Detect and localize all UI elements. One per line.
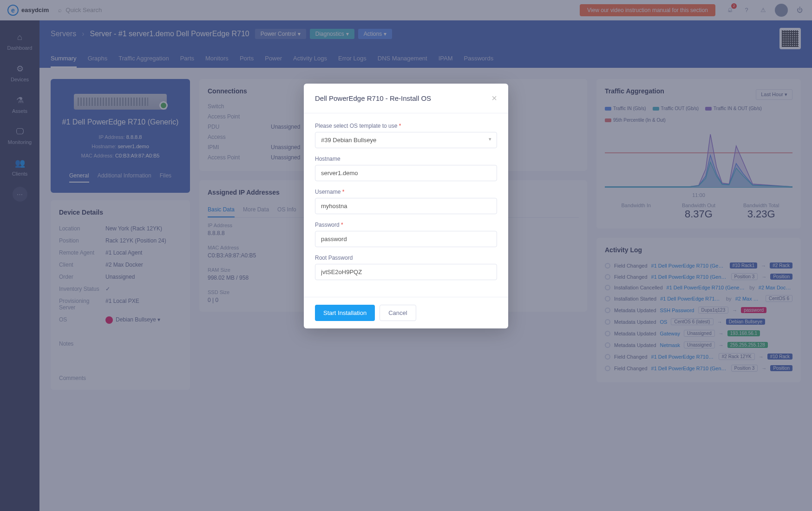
reinstall-os-modal: Dell PowerEdge R710 - Re-Install OS × Pl… <box>304 84 508 328</box>
close-icon[interactable]: × <box>491 93 497 104</box>
password-field[interactable] <box>315 231 497 247</box>
username-label: Username * <box>315 189 497 195</box>
cancel-button[interactable]: Cancel <box>380 305 416 321</box>
password-label: Password * <box>315 222 497 228</box>
os-template-select[interactable]: #39 Debian Bullseye <box>315 132 497 148</box>
os-template-label: Please select OS template to use * <box>315 123 497 129</box>
modal-overlay: Dell PowerEdge R710 - Re-Install OS × Pl… <box>0 0 812 511</box>
root-password-label: Root Password <box>315 255 497 261</box>
username-field[interactable] <box>315 198 497 214</box>
start-installation-button[interactable]: Start Installation <box>315 305 375 321</box>
modal-title: Dell PowerEdge R710 - Re-Install OS <box>315 94 431 102</box>
root-password-field[interactable] <box>315 264 497 280</box>
hostname-field[interactable] <box>315 165 497 181</box>
hostname-label: Hostname <box>315 156 497 162</box>
